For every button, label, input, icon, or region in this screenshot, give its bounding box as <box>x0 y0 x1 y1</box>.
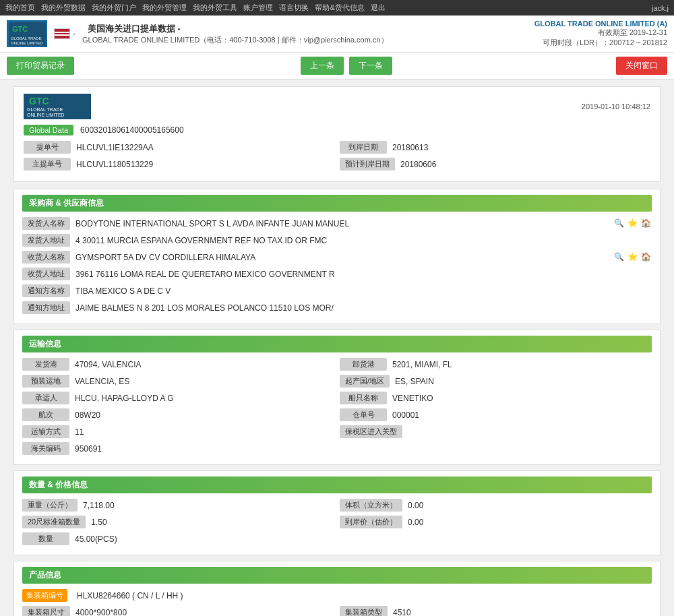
svg-text:ONLINE LIMITED: ONLINE LIMITED <box>27 113 65 117</box>
validity-text: 有效期至 2019-12-31 <box>534 28 667 38</box>
qty-quantity-label: 数量 <box>22 532 69 545</box>
consignee-addr-label: 收货人地址 <box>22 268 70 280</box>
consignee-name-value: GYMSPORT 5A DV CV CORDILLERA HIMALAYA <box>75 253 606 262</box>
quantity-header: 数量 & 价格信息 <box>22 476 652 493</box>
flag-separator: - <box>73 29 75 38</box>
shipper-addr-label: 发货人地址 <box>22 234 70 247</box>
quantity-section: 数量 & 价格信息 重量（公斤） 7,118.00 体积（立方米） 0.00 2… <box>13 470 661 555</box>
star-icon-shipper[interactable]: ⭐ <box>627 218 638 229</box>
nav-portal[interactable]: 我的外贸门户 <box>92 3 136 11</box>
svg-text:ONLINE LIMITED: ONLINE LIMITED <box>11 41 43 45</box>
search-icon-consignee[interactable]: 🔍 <box>614 252 625 263</box>
notify-name-label: 通知方名称 <box>22 284 70 297</box>
master-bill-value: HLCUVL1180513229 <box>76 160 334 169</box>
svg-text:GLOBAL TRADE: GLOBAL TRADE <box>27 107 63 112</box>
record-card: GTC GLOBAL TRADE ONLINE LIMITED 2019-01-… <box>13 86 661 182</box>
transport-mode-label: 运输方式 <box>22 425 69 438</box>
bill-no-label: 提单号 <box>24 141 71 154</box>
home-icon-consignee[interactable]: 🏠 <box>641 252 652 263</box>
svg-text:GTC: GTC <box>12 25 28 33</box>
carrier-value: HLCU, HAPAG-LLOYD A G <box>75 394 334 403</box>
company-name-header: GLOBAL TRADE ONLINE LIMITED (A) <box>534 20 667 28</box>
global-data-row: Global Data 60032018061400005165600 <box>24 125 650 135</box>
customs-code-value: 950691 <box>75 444 652 454</box>
record-datetime: 2019-01-10 10:48:12 <box>582 102 650 111</box>
consignee-name-label: 收货人名称 <box>22 251 70 264</box>
transport-mode-value: 11 <box>75 427 334 437</box>
volume-value: 0.00 <box>408 501 652 510</box>
search-icon-shipper[interactable]: 🔍 <box>614 218 625 229</box>
unit-price-value: 0.00 <box>408 518 652 527</box>
pre-transport-label: 预装运地 <box>22 375 69 388</box>
nav-tools[interactable]: 我的外贸工具 <box>193 3 237 11</box>
customs-code-label: 海关编码 <box>22 442 69 455</box>
origin-country-value: ES, SPAIN <box>395 377 652 386</box>
record-logo: GTC GLOBAL TRADE ONLINE LIMITED <box>24 94 91 119</box>
bonded-label: 保税区进入关型 <box>340 425 402 438</box>
home-icon-shipper[interactable]: 🏠 <box>641 218 652 229</box>
logo[interactable]: GTC GLOBAL TRADE ONLINE LIMITED <box>7 20 47 47</box>
vessel-label: 船只名称 <box>340 392 387 404</box>
nav-help[interactable]: 帮助&货代信息 <box>315 3 364 11</box>
notify-addr-value: JAIME BALMES N 8 201 LOS MORALES POLANCO… <box>75 303 652 313</box>
volume-label: 体积（立方米） <box>340 499 402 512</box>
nav-logout[interactable]: 退出 <box>371 3 386 11</box>
est-arrival-label: 预计到岸日期 <box>340 158 395 171</box>
voyage-value: 08W20 <box>75 410 334 420</box>
container-type-value: 4510 <box>393 608 652 617</box>
company-info: GLOBAL TRADE ONLINE LIMITED（电话：400-710-3… <box>82 35 388 45</box>
nav-language[interactable]: 语言切换 <box>279 3 309 11</box>
flag-icon <box>54 28 70 39</box>
voyage-label: 航次 <box>22 408 69 421</box>
purchaser-section: 采购商 & 供应商信息 发货人名称 BODYTONE INTERNATIONAL… <box>13 189 661 324</box>
header-right: GLOBAL TRADE ONLINE LIMITED (A) 有效期至 201… <box>534 20 667 48</box>
nav-links[interactable]: 我的首页 我的外贸数据 我的外贸门户 我的外贸管理 我的外贸工具 账户管理 语言… <box>5 3 390 13</box>
master-bill-label: 主提单号 <box>24 158 71 171</box>
star-icon-consignee[interactable]: ⭐ <box>627 252 638 263</box>
container-type-label: 集装箱类型 <box>340 606 388 616</box>
shipper-name-label: 发货人名称 <box>22 217 70 230</box>
origin-port-value: 47094, VALENCIA <box>75 360 334 369</box>
qty-quantity-value: 45.00(PCS) <box>75 534 652 544</box>
pre-transport-value: VALENCIA, ES <box>75 377 334 386</box>
notify-addr-label: 通知方地址 <box>22 301 70 314</box>
warehouse-value: 000001 <box>392 410 652 420</box>
svg-text:GTC: GTC <box>29 96 49 106</box>
close-button-top[interactable]: 关闭窗口 <box>616 57 667 75</box>
origin-port-label: 发货港 <box>22 358 69 371</box>
svg-text:GLOBAL TRADE: GLOBAL TRADE <box>11 36 42 40</box>
ldr-text: 可用时段（LDR）：200712 ~ 201812 <box>534 38 667 48</box>
notify-name-value: TIBA MEXICO S A DE C V <box>75 286 652 296</box>
product-section: 产品信息 集装箱编号 HLXU8264660 ( CN / L / HH ) 集… <box>13 561 661 616</box>
nav-account[interactable]: 账户管理 <box>243 3 273 11</box>
nav-user: jack.j <box>652 4 669 12</box>
nav-management[interactable]: 我的外贸管理 <box>142 3 187 11</box>
container-size-label: 集装箱尺寸 <box>22 606 70 616</box>
purchaser-header: 采购商 & 供应商信息 <box>22 195 652 212</box>
weight-label: 重量（公斤） <box>22 499 78 512</box>
container20-value: 1.50 <box>91 518 334 527</box>
top-nav: 我的首页 我的外贸数据 我的外贸门户 我的外贸管理 我的外贸工具 账户管理 语言… <box>0 0 674 16</box>
header-bar: GTC GLOBAL TRADE ONLINE LIMITED - 美国海关进口… <box>0 16 674 53</box>
consignee-addr-value: 3961 76116 LOMA REAL DE QUERETARO MEXICO… <box>75 270 652 279</box>
nav-trade-data[interactable]: 我的外贸数据 <box>41 3 86 11</box>
prev-button-top[interactable]: 上一条 <box>301 57 344 75</box>
transport-section: 运输信息 发货港 47094, VALENCIA 卸货港 5201, MIAMI… <box>13 330 661 465</box>
page-title: 美国海关进口提单数据 - <box>88 23 388 35</box>
global-data-badge: Global Data <box>24 125 73 135</box>
weight-value: 7,118.00 <box>83 501 334 510</box>
print-button-top[interactable]: 打印贸易记录 <box>7 57 74 75</box>
dest-port-label: 卸货港 <box>340 358 387 371</box>
record-header: GTC GLOBAL TRADE ONLINE LIMITED 2019-01-… <box>24 94 650 119</box>
shipper-addr-value: 4 30011 MURCIA ESPANA GOVERNMENT REF NO … <box>75 236 652 245</box>
container-size-value: 4000*900*800 <box>75 608 334 617</box>
arrival-date-label: 到岸日期 <box>340 141 387 154</box>
arrival-date-value: 20180613 <box>392 143 650 152</box>
next-button-top[interactable]: 下一条 <box>349 57 392 75</box>
action-bar-top: 打印贸易记录 上一条 下一条 关闭窗口 <box>0 53 674 80</box>
warehouse-label: 仓单号 <box>340 408 387 421</box>
carrier-label: 承运人 <box>22 392 69 404</box>
consignee-icons: 🔍 ⭐ 🏠 <box>614 252 652 263</box>
nav-home[interactable]: 我的首页 <box>5 3 35 11</box>
shipper-name-value: BODYTONE INTERNATIONAL SPORT S L AVDA IN… <box>75 219 606 228</box>
